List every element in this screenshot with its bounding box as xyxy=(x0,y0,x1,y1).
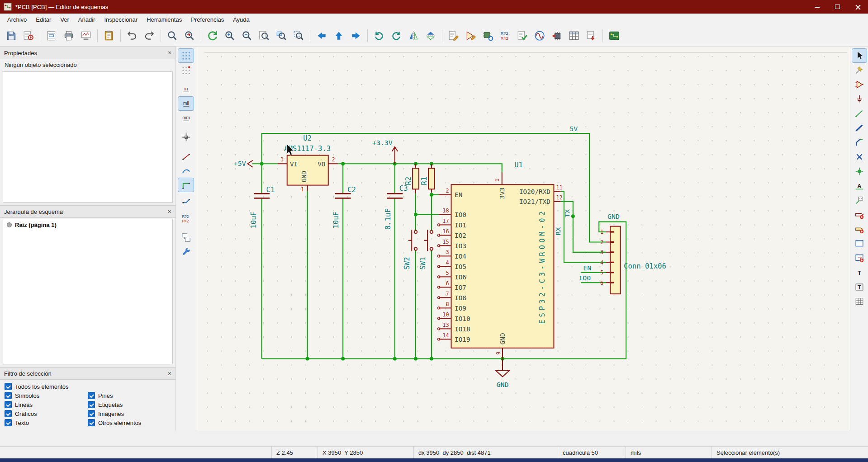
checkbox-icon[interactable] xyxy=(5,419,12,426)
title-bar[interactable]: *PCB [PCB] — Editor de esquemas xyxy=(0,0,868,14)
add-junction-button[interactable] xyxy=(852,165,867,178)
no-connect-button[interactable] xyxy=(852,150,867,164)
menu-ver[interactable]: Ver xyxy=(56,14,74,25)
zoom-fit-button[interactable] xyxy=(256,28,272,44)
filter-item[interactable]: Texto xyxy=(5,419,88,426)
menu-añadir[interactable]: Añadir xyxy=(74,14,100,25)
menu-inspeccionar[interactable]: Inspeccionar xyxy=(100,14,142,25)
add-sheet-button[interactable] xyxy=(852,237,867,250)
find-button[interactable] xyxy=(164,28,180,44)
menu-preferencias[interactable]: Preferencias xyxy=(186,14,228,25)
hierarchy-root-item[interactable]: Raíz (página 1) xyxy=(3,219,172,231)
edit-library-links-button[interactable] xyxy=(480,28,496,44)
checkbox-icon[interactable] xyxy=(5,383,12,390)
preferences-button[interactable] xyxy=(178,245,194,259)
schematic-canvas[interactable]: 2EN18IO017IO116IO215IO33IO44IO55IO66IO77… xyxy=(196,47,850,431)
add-bus-button[interactable] xyxy=(852,121,867,135)
symbol-editor-button[interactable] xyxy=(463,28,479,44)
filter-item[interactable]: Etiquetas xyxy=(88,401,171,408)
menu-ayuda[interactable]: Ayuda xyxy=(228,14,254,25)
schematic-setup-button[interactable] xyxy=(20,28,37,44)
paste-button[interactable] xyxy=(101,28,117,44)
add-power-button[interactable] xyxy=(852,92,867,106)
filter-item[interactable]: Símbolos xyxy=(5,392,88,399)
toggle-crosshair-button[interactable] xyxy=(178,130,194,144)
toggle-grid-button[interactable] xyxy=(178,49,194,62)
edit-symbol-fields-button[interactable] xyxy=(446,28,462,44)
nav-up-button[interactable] xyxy=(331,28,347,44)
units-inches-button[interactable]: in xyxy=(178,82,194,96)
zoom-selection-button[interactable] xyxy=(290,28,307,44)
zoom-in-button[interactable] xyxy=(222,28,238,44)
toggle-grid-overrides-button[interactable] xyxy=(178,63,194,77)
add-text-button[interactable]: T xyxy=(852,266,867,279)
zoom-objects-button[interactable] xyxy=(273,28,289,44)
add-global-label-button[interactable] xyxy=(852,208,867,222)
print-button[interactable] xyxy=(61,28,77,44)
add-table-button[interactable] xyxy=(852,295,867,308)
maximize-button[interactable] xyxy=(827,0,848,14)
assign-footprints-button[interactable] xyxy=(549,28,565,44)
nav-forward-button[interactable] xyxy=(348,28,364,44)
minimize-button[interactable] xyxy=(807,0,827,14)
undo-button[interactable] xyxy=(124,28,140,44)
plot-button[interactable] xyxy=(78,28,94,44)
bom-button[interactable] xyxy=(583,28,599,44)
close-button[interactable] xyxy=(848,0,868,14)
hierarchy-navigator-button[interactable] xyxy=(178,231,194,244)
checkbox-icon[interactable] xyxy=(88,392,95,399)
checkbox-icon[interactable] xyxy=(5,410,12,417)
filter-item[interactable]: Imágenes xyxy=(88,410,171,417)
filter-item[interactable]: Líneas xyxy=(5,401,88,408)
fields-table-button[interactable] xyxy=(566,28,582,44)
erc-button[interactable] xyxy=(514,28,531,44)
menu-editar[interactable]: Editar xyxy=(31,14,56,25)
properties-close-icon[interactable]: × xyxy=(168,50,171,56)
line-mode-free-button[interactable] xyxy=(178,149,194,163)
mirror-h-button[interactable] xyxy=(405,28,422,44)
menu-archivo[interactable]: Archivo xyxy=(3,14,31,25)
checkbox-icon[interactable] xyxy=(88,410,95,417)
checkbox-icon[interactable] xyxy=(5,401,12,408)
line-mode-90-button[interactable] xyxy=(178,178,194,192)
redo-button[interactable] xyxy=(141,28,157,44)
page-settings-button[interactable] xyxy=(43,28,60,44)
menu-herramientas[interactable]: Herramientas xyxy=(142,14,186,25)
highlight-net-button[interactable] xyxy=(852,63,867,77)
annotate-tool-button[interactable]: R?2R42 xyxy=(178,212,194,225)
select-button[interactable] xyxy=(852,49,867,62)
simulator-button[interactable] xyxy=(531,28,548,44)
mirror-v-button[interactable] xyxy=(422,28,439,44)
filter-item[interactable]: Gráficos xyxy=(5,410,88,417)
units-mm-button[interactable]: mm xyxy=(178,111,194,125)
find-replace-button[interactable] xyxy=(181,28,198,44)
filter-item[interactable]: Pines xyxy=(88,392,171,399)
checkbox-icon[interactable] xyxy=(88,401,95,408)
filter-item[interactable]: Todos los elementos xyxy=(5,383,171,390)
rotate-ccw-button[interactable] xyxy=(371,28,387,44)
add-net-label-button[interactable]: A xyxy=(852,179,867,193)
annotate-button[interactable]: R?2R42 xyxy=(497,28,513,44)
filter-close-icon[interactable]: × xyxy=(168,370,171,377)
refresh-button[interactable] xyxy=(204,28,221,44)
add-hierarchical-label-button[interactable] xyxy=(852,222,867,236)
bus-entry-button[interactable] xyxy=(852,136,867,149)
add-textbox-button[interactable]: T xyxy=(852,280,867,294)
checkbox-icon[interactable] xyxy=(88,419,95,426)
import-sheet-pin-button[interactable] xyxy=(852,251,867,265)
line-mode-curved-button[interactable] xyxy=(178,164,194,177)
zoom-out-button[interactable] xyxy=(239,28,255,44)
schematic-svg[interactable]: 2EN18IO017IO116IO215IO33IO44IO55IO66IO77… xyxy=(196,47,850,431)
nav-back-button[interactable] xyxy=(313,28,330,44)
line-mode-45-button[interactable] xyxy=(178,193,194,206)
units-mils-button[interactable]: mil xyxy=(178,97,194,110)
pcb-editor-button[interactable] xyxy=(606,28,622,44)
add-wire-button[interactable] xyxy=(852,107,867,120)
add-symbol-button[interactable] xyxy=(852,78,867,91)
save-button[interactable] xyxy=(3,28,19,44)
add-netclass-directive-button[interactable] xyxy=(852,193,867,207)
checkbox-icon[interactable] xyxy=(5,392,12,399)
filter-item[interactable]: Otros elementos xyxy=(88,419,171,426)
rotate-cw-button[interactable] xyxy=(388,28,404,44)
hierarchy-close-icon[interactable]: × xyxy=(168,208,171,215)
